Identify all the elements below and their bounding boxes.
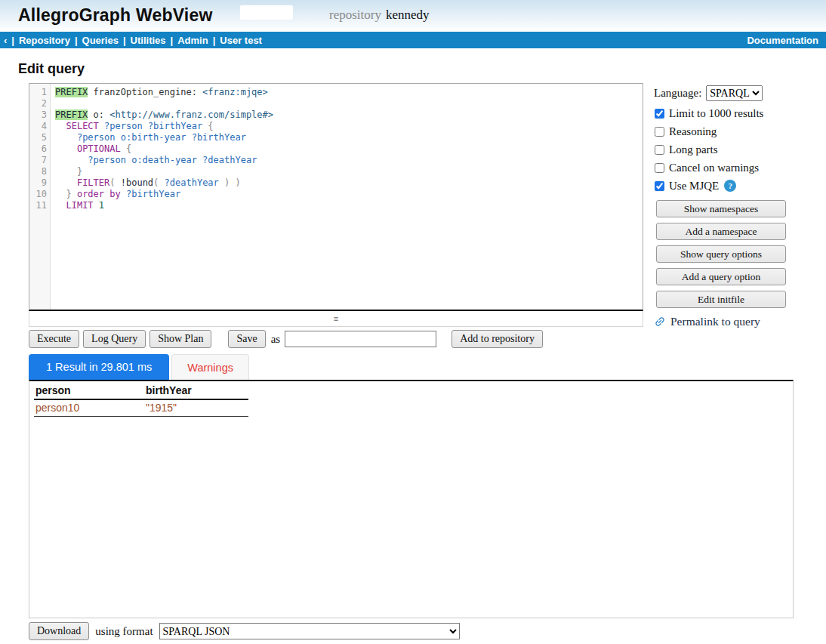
tab-warnings[interactable]: Warnings [171, 354, 249, 380]
checkbox-limit-to-1000-results[interactable] [655, 109, 664, 119]
code-token: ?person [88, 155, 126, 165]
query-options-sidebar: Language: SPARQL Limit to 1000 resultsRe… [654, 85, 826, 328]
code-token [55, 166, 77, 177]
editor-line[interactable]: FILTER( !bound( ?deathYear ) ) [55, 177, 643, 189]
checkbox-label: Cancel on warnings [669, 162, 759, 174]
code-token [55, 155, 88, 165]
code-token [99, 121, 104, 131]
code-token: ?person [104, 121, 143, 131]
format-select[interactable]: SPARQL JSON [159, 623, 460, 639]
nav-item-utilities[interactable]: Utilities [131, 35, 166, 46]
editor-line[interactable]: } order by ?birthYear [55, 189, 643, 200]
code-token [72, 189, 77, 199]
link-icon [652, 313, 669, 331]
repository-indicator: repositorykennedy [329, 8, 430, 23]
repository-label: repository [329, 8, 381, 22]
save-name-input[interactable] [285, 331, 436, 347]
results-tabs: 1 Result in 29.801 ms Warnings [29, 354, 826, 380]
editor-line[interactable]: LIMIT 1 [55, 200, 643, 211]
checkbox-use-mjqe[interactable] [655, 181, 664, 191]
nav-item-user-test[interactable]: User test [220, 35, 262, 46]
checkbox-reasoning[interactable] [655, 127, 664, 137]
language-select[interactable]: SPARQL [706, 85, 763, 101]
editor-line-number: 9 [29, 177, 47, 189]
editor-line[interactable] [55, 98, 643, 109]
nav-item-queries[interactable]: Queries [82, 35, 119, 46]
download-button[interactable]: Download [29, 622, 89, 640]
checkbox-label: Reasoning [669, 125, 717, 138]
query-actions: Execute Log Query Show Plan Save as Add … [29, 330, 826, 348]
checkbox-label: Long parts [669, 143, 718, 156]
code-token [55, 189, 66, 199]
help-icon[interactable]: ? [724, 180, 736, 192]
editor-line-number: 2 [29, 98, 47, 109]
checkbox-label: Use MJQE [669, 180, 719, 193]
add-a-query-option-button[interactable]: Add a query option [656, 268, 786, 285]
column-header-person: person [34, 384, 144, 399]
code-token: ) [236, 177, 241, 188]
code-token: { [208, 121, 213, 131]
code-token: !bound [121, 177, 153, 188]
code-token: ?birthYear [192, 132, 246, 143]
code-token: ( [109, 177, 115, 188]
app-title: AllegroGraph WebView [18, 5, 212, 26]
code-token [55, 200, 66, 211]
code-token [55, 177, 77, 188]
nav-item-repository[interactable]: Repository [19, 35, 70, 46]
editor-line[interactable]: SELECT ?person ?birthYear { [55, 121, 643, 132]
code-token: } [66, 189, 71, 199]
permalink-link[interactable]: Permalink to query [654, 315, 826, 328]
language-label: Language: [654, 87, 701, 100]
code-token [115, 132, 120, 143]
tab-results[interactable]: 1 Result in 29.801 ms [29, 354, 169, 380]
editor-resize-strip[interactable]: ≡ [29, 311, 643, 327]
edit-initfile-button[interactable]: Edit initfile [656, 291, 786, 308]
save-button[interactable]: Save [228, 330, 265, 348]
execute-button[interactable]: Execute [29, 330, 79, 348]
editor-line-number: 10 [29, 189, 47, 200]
editor-line[interactable]: PREFIX franzOption_engine: <franz:mjqe> [55, 87, 643, 98]
nav-item-admin[interactable]: Admin [177, 35, 208, 46]
show-query-options-button[interactable]: Show query options [656, 245, 786, 263]
code-token: ?deathYear [165, 177, 219, 188]
code-token [159, 177, 164, 188]
code-token: PREFIX [55, 87, 88, 97]
results-table: personbirthYear person10"1915" [34, 384, 248, 417]
editor-line[interactable]: ?person o:death-year ?deathYear [55, 155, 643, 166]
editor-line[interactable]: ?person o:birth-year ?birthYear [55, 132, 643, 143]
code-token: FILTER [77, 177, 109, 188]
add-a-namespace-button[interactable]: Add a namespace [656, 223, 786, 240]
option-row-limit-to-1000-results: Limit to 1000 results [654, 107, 826, 119]
app-header: AllegroGraph WebView repositorykennedy [0, 0, 826, 32]
header-blank-patch [240, 5, 293, 20]
option-row-long-parts: Long parts [654, 143, 826, 156]
editor-line-number: 8 [29, 166, 47, 177]
download-row: Download using format SPARQL JSON [29, 622, 826, 640]
nav-back-chevron-icon[interactable]: ‹ [4, 35, 7, 46]
show-plan-button[interactable]: Show Plan [149, 330, 211, 348]
resize-handle-icon[interactable]: ≡ [334, 314, 338, 323]
code-token: LIMIT [66, 200, 93, 211]
language-row: Language: SPARQL [654, 85, 826, 101]
editor-line[interactable]: OPTIONAL { [55, 143, 643, 155]
person-cell-link[interactable]: person10 [34, 399, 144, 417]
code-token: OPTIONAL [77, 143, 121, 154]
add-to-repository-button[interactable]: Add to repository [452, 330, 543, 348]
code-token [121, 143, 126, 154]
editor-code-area[interactable]: PREFIX franzOption_engine: <franz:mjqe>P… [51, 84, 643, 310]
show-namespaces-button[interactable]: Show namespaces [656, 200, 786, 217]
editor-line[interactable]: } [55, 166, 643, 177]
editor-line[interactable]: PREFIX o: <http://www.franz.com/simple#> [55, 109, 643, 121]
code-token [230, 177, 235, 188]
checkbox-long-parts[interactable] [655, 145, 664, 155]
code-token [219, 177, 224, 188]
checkbox-cancel-on-warnings[interactable] [655, 163, 664, 173]
birthyear-cell: "1915" [144, 399, 248, 417]
code-token: 1 [99, 200, 104, 211]
documentation-link[interactable]: Documentation [747, 35, 818, 46]
editor-line-number: 4 [29, 121, 47, 132]
code-token [143, 121, 148, 131]
log-query-button[interactable]: Log Query [83, 330, 146, 348]
option-row-cancel-on-warnings: Cancel on warnings [654, 162, 826, 174]
query-editor[interactable]: 1234567891011 PREFIX franzOption_engine:… [29, 83, 643, 311]
